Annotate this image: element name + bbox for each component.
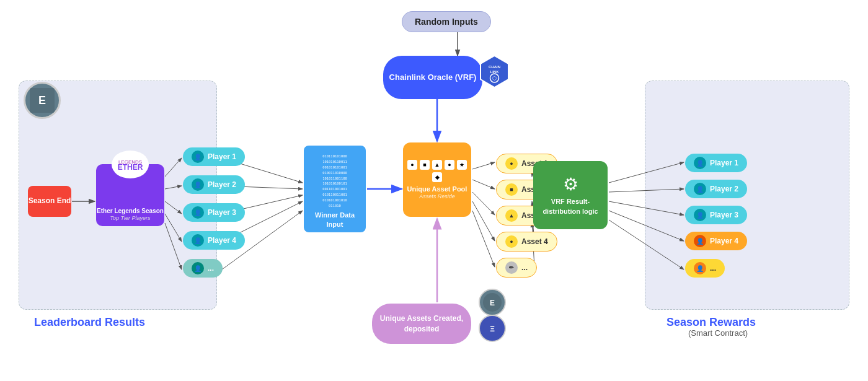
svg-line-32 [472, 180, 495, 189]
chainlink-logo-icon: CHAIN LINK ⬡ [477, 55, 512, 89]
left-player-1: 👤 Player 1 [183, 147, 245, 166]
rewards-panel [645, 81, 849, 310]
left-player-4: 👤 Player 4 [183, 231, 245, 250]
right-player-1: 👤 Player 1 [685, 154, 747, 172]
random-inputs-label: Random Inputs [415, 17, 478, 27]
pool-icons: ● ■ ▲ ● ★ ◆ [403, 160, 471, 182]
winner-data-box: 0101101010001010101100110010101010010100… [304, 146, 366, 232]
right-player-4: 👤 Player 4 [685, 232, 747, 250]
left-player-3-label: Player 3 [208, 208, 236, 217]
asset-more-label: ... [521, 263, 528, 272]
right-player-2-label: Player 2 [710, 185, 738, 193]
diagram-container: E Random Inputs Chainlink Oracle (VRF) C… [0, 0, 868, 381]
right-player-3-icon: 👤 [694, 209, 706, 221]
svg-line-35 [472, 211, 495, 267]
right-player-4-icon: 👤 [694, 235, 706, 247]
left-player-2: 👤 Player 2 [183, 175, 245, 194]
right-player-1-label: Player 1 [710, 159, 738, 167]
winner-data-label: Winner Data Input [308, 211, 362, 229]
player-3-icon: 👤 [192, 206, 204, 219]
right-player-more-icon: 👤 [694, 262, 706, 274]
asset-4: ● Asset 4 [496, 232, 557, 252]
rewards-subtitle: (Smart Contract) [688, 328, 748, 338]
right-player-4-label: Player 4 [710, 237, 738, 245]
player-2-icon: 👤 [192, 178, 204, 191]
svg-text:LINK: LINK [490, 70, 500, 74]
ether-logo-circle: ETHER LEGENDS [112, 151, 149, 178]
right-player-more-label: ... [710, 264, 716, 273]
ether-season-box: ETHER LEGENDS Ether Legends Season Top T… [96, 164, 164, 226]
rewards-title: Season Rewards [666, 316, 756, 329]
binary-data-display: 0101101010001010101100110010101010010100… [322, 154, 347, 208]
vrf-gear-icon: ⚙ [563, 174, 578, 195]
right-player-3: 👤 Player 3 [685, 206, 747, 224]
left-player-more: 👤 ... [183, 259, 223, 278]
chainlink-oracle-box: Chainlink Oracle (VRF) [383, 56, 482, 99]
ether-season-sub: Top Tier Players [110, 215, 150, 221]
svg-line-33 [472, 192, 495, 215]
right-player-2: 👤 Player 2 [685, 180, 747, 198]
asset-2-icon: ■ [505, 183, 518, 196]
svg-text:CHAIN: CHAIN [489, 65, 500, 69]
svg-text:⬡: ⬡ [492, 76, 497, 81]
svg-line-31 [472, 162, 495, 169]
svg-line-34 [472, 201, 495, 241]
player-4-icon: 👤 [192, 234, 204, 247]
left-player-2-label: Player 2 [208, 180, 236, 189]
pool-icon-5: ★ [457, 160, 467, 170]
vrf-box: ⚙ VRF Result-distribution logic [533, 161, 608, 229]
player-1-icon: 👤 [192, 151, 204, 163]
unique-assets-box: Unique Assets Created, deposited [372, 304, 471, 344]
right-player-1-icon: 👤 [694, 157, 706, 169]
right-player-3-label: Player 3 [710, 211, 738, 219]
asset-more-icon: ✏ [505, 261, 518, 274]
leaderboard-title: Leaderboard Results [34, 316, 145, 329]
unique-assets-label: Unique Assets Created, deposited [372, 313, 471, 335]
player-more-icon: 👤 [192, 262, 204, 274]
svg-text:E: E [38, 94, 46, 107]
pool-icon-3: ▲ [432, 160, 442, 170]
random-inputs-box: Random Inputs [402, 11, 491, 32]
right-player-2-icon: 👤 [694, 183, 706, 195]
left-player-4-label: Player 4 [208, 236, 236, 245]
season-end-label: Season End [29, 196, 71, 206]
left-player-3: 👤 Player 3 [183, 203, 245, 222]
ua-logo-2: Ξ [479, 315, 506, 342]
asset-pool-sub: Assets Reside [419, 193, 455, 199]
asset-4-icon: ● [505, 235, 518, 248]
left-player-1-label: Player 1 [208, 152, 236, 161]
right-player-more: 👤 ... [685, 259, 725, 278]
vrf-label: VRF Result-distribution logic [533, 197, 608, 216]
chainlink-label: Chainlink Oracle (VRF) [389, 72, 477, 83]
pool-icon-1: ● [407, 160, 417, 170]
asset-4-label: Asset 4 [521, 237, 548, 246]
ether-season-label: Ether Legends Season [97, 207, 164, 215]
svg-text:Ξ: Ξ [490, 325, 495, 333]
pool-icon-2: ■ [420, 160, 430, 170]
ua-logo-1: E [479, 289, 506, 316]
pool-icon-4: ● [445, 160, 454, 170]
left-player-more-label: ... [208, 264, 214, 273]
svg-text:LEGENDS: LEGENDS [118, 159, 142, 165]
svg-text:E: E [490, 299, 495, 307]
pool-icon-6: ◆ [432, 172, 442, 182]
asset-more: ✏ ... [496, 258, 537, 278]
asset-pool-box: ● ■ ▲ ● ★ ◆ Unique Asset Pool Assets Res… [403, 142, 471, 217]
asset-pool-label: Unique Asset Pool [407, 185, 467, 193]
season-end-box: Season End [28, 186, 71, 217]
asset-1-icon: ● [505, 157, 518, 170]
rewards-title-text: Season Rewards [666, 316, 756, 328]
asset-3-icon: ▲ [505, 209, 518, 222]
ether-legends-logo: E [24, 82, 61, 119]
